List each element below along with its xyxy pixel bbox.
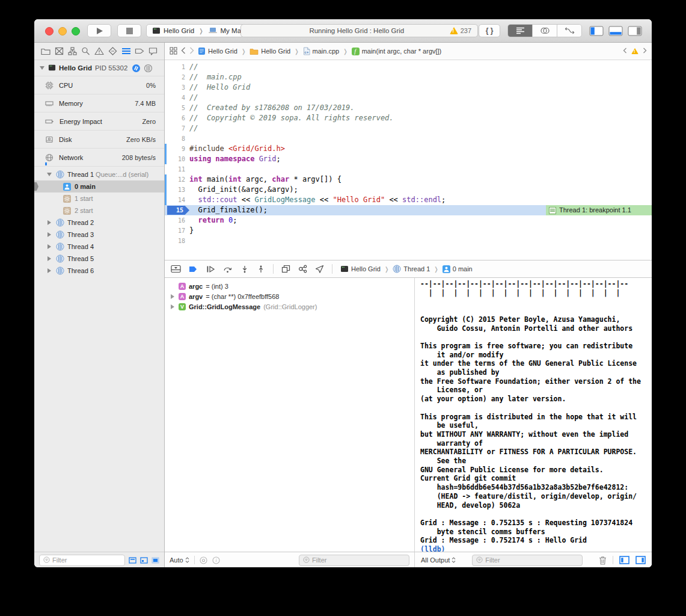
debug-breadcrumb-item[interactable]: 0 main <box>443 265 473 273</box>
run-button[interactable] <box>87 24 111 37</box>
inspector-toggle-button[interactable] <box>628 26 642 36</box>
thread-row[interactable]: Thread 5 <box>34 253 164 265</box>
flag-filter-icon[interactable] <box>200 556 207 564</box>
variable-row[interactable]: VGrid::GridLogMessage(Grid::GridLogger) <box>165 301 414 312</box>
disclosure-triangle-icon[interactable] <box>47 232 51 237</box>
debug-breadcrumb-item[interactable]: Thread 1 <box>393 265 430 273</box>
warning-count-badge[interactable]: 237 <box>444 27 477 34</box>
previous-issue-button[interactable] <box>623 48 627 55</box>
show-paused-only-button[interactable] <box>129 556 136 564</box>
console-output[interactable]: --|--|--|--|--|--|--|--|--|--|--|--|--|-… <box>415 278 652 552</box>
report-navigator-icon[interactable] <box>147 46 158 57</box>
code-line-10: 10using namespace Grid; <box>165 154 652 164</box>
show-stack-frames-button[interactable] <box>152 556 159 564</box>
pause-process-button[interactable] <box>132 64 141 73</box>
breakpoint-navigator-icon[interactable] <box>134 46 145 57</box>
issue-navigator-icon[interactable] <box>94 46 105 57</box>
debug-navigator-icon[interactable] <box>121 46 132 57</box>
library-button[interactable]: { } <box>479 24 500 37</box>
line-number: 4 <box>165 93 189 103</box>
thread-row[interactable]: Thread 1 Queue:...d (serial) <box>34 168 164 180</box>
info-icon[interactable]: i <box>212 556 220 564</box>
hide-debug-area-button[interactable] <box>171 265 181 273</box>
variable-row[interactable]: Aargv= (char **) 0x7ffeefbff568 <box>165 291 414 301</box>
disclosure-triangle-icon[interactable] <box>47 173 52 176</box>
debug-breadcrumb-item[interactable]: Hello Grid <box>340 265 381 273</box>
thread-row[interactable]: Thread 2 <box>34 217 164 229</box>
thread-row[interactable]: Thread 6 <box>34 265 164 277</box>
back-button[interactable] <box>181 47 186 55</box>
console-scope-popup[interactable]: All Output <box>421 556 456 564</box>
breakpoint-badge[interactable]: 15 <box>167 206 189 215</box>
console-view-toggle-button[interactable] <box>635 556 646 564</box>
function-icon: f <box>352 48 360 55</box>
issue-warning-icon[interactable] <box>631 48 639 54</box>
variables-filter-input[interactable]: Filter <box>299 555 409 566</box>
disclosure-triangle-icon[interactable] <box>40 66 44 70</box>
gauge-row-energy-impact[interactable]: Energy ImpactZero <box>34 112 164 130</box>
disclosure-triangle-icon[interactable] <box>47 244 51 249</box>
thread-row[interactable]: Thread 3 <box>34 229 164 241</box>
variables-scope-popup[interactable]: Auto <box>170 556 189 564</box>
assistant-editor-button[interactable] <box>532 25 557 37</box>
next-issue-button[interactable] <box>643 48 647 55</box>
standard-editor-button[interactable] <box>508 25 532 37</box>
continue-button[interactable] <box>206 265 215 273</box>
disclosure-triangle-icon[interactable] <box>170 304 176 309</box>
variable-row[interactable]: Aargc= (int) 3 <box>165 281 414 291</box>
symbol-navigator-icon[interactable] <box>67 46 78 57</box>
close-window-button[interactable] <box>45 27 54 35</box>
simulate-location-button[interactable] <box>315 265 324 273</box>
breakpoint-annotation[interactable]: Thread 1: breakpoint 1.1 <box>546 205 652 215</box>
memory-graph-button[interactable] <box>298 265 307 273</box>
disclosure-triangle-icon[interactable] <box>47 256 51 261</box>
clear-console-button[interactable] <box>599 556 607 565</box>
view-hierarchy-button[interactable] <box>281 265 290 273</box>
scheme-selector[interactable]: Hello Grid ❭ My Mac <box>146 24 251 37</box>
jump-bar-item[interactable]: fmain(int argc, char * argv[]) <box>352 48 442 55</box>
code-line-18: 18 <box>165 236 652 246</box>
source-editor[interactable]: 1//2// main.cpp3// Hello Grid4//5// Crea… <box>165 60 652 260</box>
gauge-row-cpu[interactable]: CPU0% <box>34 76 164 94</box>
forward-button[interactable] <box>189 47 194 55</box>
xcode-window: Hello Grid ❭ My Mac Running Hello Grid :… <box>34 19 652 567</box>
find-navigator-icon[interactable] <box>81 46 91 57</box>
stop-button[interactable] <box>117 24 141 37</box>
stack-frame-row[interactable]: 0 main <box>34 180 164 192</box>
disclosure-triangle-icon[interactable] <box>47 220 51 225</box>
disclosure-triangle-icon[interactable] <box>170 294 176 299</box>
gauge-row-disk[interactable]: DiskZero KB/s <box>34 130 164 148</box>
energy-icon <box>45 117 54 126</box>
console-filter-input[interactable]: Filter <box>472 555 583 566</box>
variable-type-badge: A <box>179 293 186 300</box>
thread-row[interactable]: Thread 4 <box>34 241 164 253</box>
project-navigator-icon[interactable] <box>40 46 51 57</box>
step-over-button[interactable] <box>223 265 233 273</box>
console-line: but WITHOUT ANY WARRANTY; without even t… <box>420 430 652 439</box>
breakpoints-toggle-button[interactable] <box>189 265 198 273</box>
step-out-button[interactable] <box>257 265 265 273</box>
stack-frame-row[interactable]: 2 start <box>34 205 164 217</box>
process-row[interactable]: Hello Grid PID 55302 <box>34 60 164 76</box>
gauge-row-network[interactable]: Network208 bytes/s <box>34 148 164 166</box>
jump-bar-item[interactable]: Hello Grid <box>198 47 237 55</box>
variables-view-toggle-button[interactable] <box>619 556 629 564</box>
source-control-navigator-icon[interactable] <box>54 46 64 57</box>
step-into-button[interactable] <box>240 265 249 273</box>
jump-bar-item[interactable]: Hello Grid <box>250 48 290 55</box>
related-items-icon[interactable] <box>170 47 177 56</box>
navigator-filter-input[interactable]: Filter <box>39 555 125 566</box>
navigator-toggle-button[interactable] <box>589 26 604 36</box>
disclosure-triangle-icon[interactable] <box>47 268 51 273</box>
filter-placeholder: Filter <box>485 556 500 564</box>
view-by-queue-button[interactable] <box>144 64 153 73</box>
version-editor-button[interactable] <box>557 25 581 37</box>
debug-area-toggle-button[interactable] <box>608 26 623 36</box>
gauge-row-memory[interactable]: Memory7.4 MB <box>34 94 164 112</box>
jump-bar-item[interactable]: c+main.cpp <box>303 47 340 55</box>
stack-frame-row[interactable]: 1 start <box>34 192 164 205</box>
minimize-window-button[interactable] <box>58 27 67 35</box>
test-navigator-icon[interactable] <box>107 46 118 57</box>
show-running-blocks-button[interactable] <box>140 556 148 564</box>
zoom-window-button[interactable] <box>72 27 80 35</box>
